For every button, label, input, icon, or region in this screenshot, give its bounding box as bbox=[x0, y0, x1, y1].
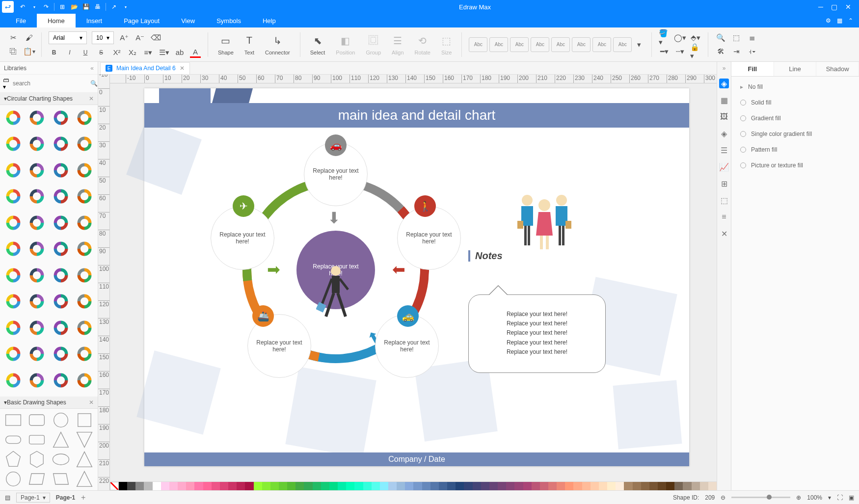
color-swatch[interactable] bbox=[329, 482, 338, 490]
redo-icon[interactable]: ↷ bbox=[40, 1, 52, 13]
notes-heading[interactable]: Notes bbox=[468, 250, 503, 262]
quick-style-5[interactable]: Abc bbox=[551, 37, 570, 52]
chart-footer[interactable]: Company / Date bbox=[144, 452, 689, 466]
basic-shape[interactable] bbox=[26, 430, 48, 449]
color-swatch[interactable] bbox=[397, 482, 405, 490]
circular-shape[interactable] bbox=[2, 159, 24, 181]
paste-icon[interactable]: 📋▾ bbox=[24, 46, 34, 57]
circular-shape[interactable] bbox=[2, 343, 24, 365]
zoom-out-icon[interactable]: ⊖ bbox=[721, 494, 725, 501]
circular-shape[interactable] bbox=[74, 265, 95, 286]
canvas[interactable]: main idea and detail chart Company / Dat… bbox=[110, 83, 717, 481]
basic-shape[interactable] bbox=[50, 470, 72, 488]
color-swatch[interactable] bbox=[540, 482, 548, 490]
maximize-icon[interactable]: ▢ bbox=[831, 3, 837, 11]
open-icon[interactable]: 📂 bbox=[68, 1, 80, 13]
basic-shape[interactable] bbox=[26, 450, 48, 469]
export-icon[interactable]: ↗ bbox=[108, 1, 120, 13]
quick-style-1[interactable]: Abc bbox=[469, 37, 487, 52]
opt-pattern-fill[interactable]: Pattern fill bbox=[740, 146, 850, 153]
color-swatch[interactable] bbox=[447, 482, 456, 490]
circular-shape[interactable] bbox=[2, 265, 24, 286]
group-button[interactable]: ⿴Group bbox=[363, 34, 384, 55]
app-logo-icon[interactable]: ⮐ bbox=[2, 1, 14, 13]
opt-single-gradient-fill[interactable]: Single color gradient fill bbox=[740, 131, 850, 137]
chart-title[interactable]: main idea and detail chart bbox=[144, 103, 689, 128]
color-swatch[interactable] bbox=[245, 482, 253, 490]
circular-shape[interactable] bbox=[50, 212, 72, 234]
align2-icon[interactable]: ≡ bbox=[719, 212, 729, 222]
decrease-font-icon[interactable]: A⁻ bbox=[134, 32, 145, 43]
document-tab[interactable]: E Main Idea And Detail 6 ✕ bbox=[100, 62, 190, 74]
circular-shape[interactable] bbox=[26, 265, 48, 286]
color-swatch[interactable] bbox=[270, 482, 279, 490]
color-swatch[interactable] bbox=[178, 482, 186, 490]
circular-shape[interactable] bbox=[74, 291, 95, 312]
color-swatch[interactable] bbox=[649, 482, 658, 490]
basic-shape[interactable] bbox=[74, 470, 95, 488]
circular-shape[interactable] bbox=[74, 317, 95, 339]
cut-icon[interactable]: ✂ bbox=[8, 32, 19, 43]
basic-shape[interactable] bbox=[2, 411, 24, 429]
color-swatch[interactable] bbox=[641, 482, 649, 490]
layers-icon[interactable]: ≣ bbox=[747, 32, 757, 43]
color-swatch[interactable] bbox=[237, 482, 245, 490]
zoom-slider[interactable] bbox=[731, 497, 790, 498]
color-swatch[interactable] bbox=[254, 482, 262, 490]
color-swatch[interactable] bbox=[119, 482, 127, 490]
lock-icon[interactable]: 🔒▾ bbox=[690, 46, 701, 57]
color-swatch[interactable] bbox=[388, 482, 397, 490]
circular-shape[interactable] bbox=[74, 107, 95, 129]
position-button[interactable]: ◧Position bbox=[333, 34, 358, 55]
category-basic[interactable]: ▾ Basic Drawing Shapes✕ bbox=[0, 397, 98, 409]
color-swatch[interactable] bbox=[212, 482, 220, 490]
color-swatch[interactable] bbox=[565, 482, 573, 490]
quick-style-6[interactable]: Abc bbox=[572, 37, 591, 52]
circular-shape[interactable] bbox=[26, 212, 48, 234]
close-tab-icon[interactable]: ✕ bbox=[180, 65, 185, 72]
menu-view[interactable]: View bbox=[170, 14, 206, 27]
color-swatch[interactable] bbox=[464, 482, 472, 490]
color-swatch[interactable] bbox=[692, 482, 700, 490]
color-swatch[interactable] bbox=[683, 482, 691, 490]
color-swatch[interactable] bbox=[363, 482, 372, 490]
pages-icon[interactable]: ▤ bbox=[5, 494, 10, 501]
color-swatch[interactable] bbox=[127, 482, 135, 490]
library-search-input[interactable] bbox=[11, 78, 88, 89]
color-swatch[interactable] bbox=[380, 482, 388, 490]
text-button[interactable]: TText bbox=[242, 34, 257, 55]
line-color-icon[interactable]: ━▾ bbox=[659, 46, 670, 57]
tab-shadow[interactable]: Shadow bbox=[816, 62, 859, 76]
minimize-icon[interactable]: ─ bbox=[818, 3, 823, 11]
color-swatch[interactable] bbox=[481, 482, 489, 490]
circular-shape[interactable] bbox=[2, 317, 24, 339]
menu-insert[interactable]: Insert bbox=[76, 14, 113, 27]
menu-page-layout[interactable]: Page Layout bbox=[113, 14, 170, 27]
underline-icon[interactable]: U bbox=[80, 47, 91, 58]
shape-outline-icon[interactable]: ◯▾ bbox=[674, 32, 685, 43]
expand-right-icon[interactable]: » bbox=[723, 65, 726, 72]
basic-shape[interactable] bbox=[74, 450, 95, 469]
fit-page-icon[interactable]: ⛶ bbox=[837, 494, 843, 501]
subscript-icon[interactable]: X₂ bbox=[127, 47, 138, 58]
export-dropdown-icon[interactable]: ▾ bbox=[120, 1, 132, 13]
search-icon[interactable]: 🔍 bbox=[90, 80, 98, 87]
menu-file[interactable]: File bbox=[5, 14, 37, 27]
circular-shape[interactable] bbox=[50, 186, 72, 207]
color-swatch[interactable] bbox=[354, 482, 363, 490]
tab-fill[interactable]: Fill bbox=[731, 62, 774, 76]
select-all-icon[interactable]: ⬚ bbox=[731, 32, 742, 43]
grid-icon[interactable]: ▦ bbox=[719, 95, 729, 105]
notes-callout[interactable]: Replace your text here!Replace your text… bbox=[468, 294, 606, 373]
clear-format-icon[interactable]: ⌫ bbox=[150, 32, 161, 43]
settings-icon[interactable]: ⚙ bbox=[826, 17, 831, 24]
circular-shape[interactable] bbox=[74, 370, 95, 391]
image-icon[interactable]: 🖼 bbox=[719, 112, 729, 122]
basic-shape[interactable] bbox=[2, 470, 24, 488]
italic-icon[interactable]: I bbox=[64, 47, 75, 58]
color-swatch[interactable] bbox=[186, 482, 194, 490]
format-painter-icon[interactable]: 🖌 bbox=[24, 32, 34, 43]
zoom-in-icon[interactable]: ⊕ bbox=[796, 494, 801, 501]
font-size-select[interactable]: 10▾ bbox=[92, 31, 114, 44]
page-selector[interactable]: Page-1▾ bbox=[16, 493, 50, 503]
